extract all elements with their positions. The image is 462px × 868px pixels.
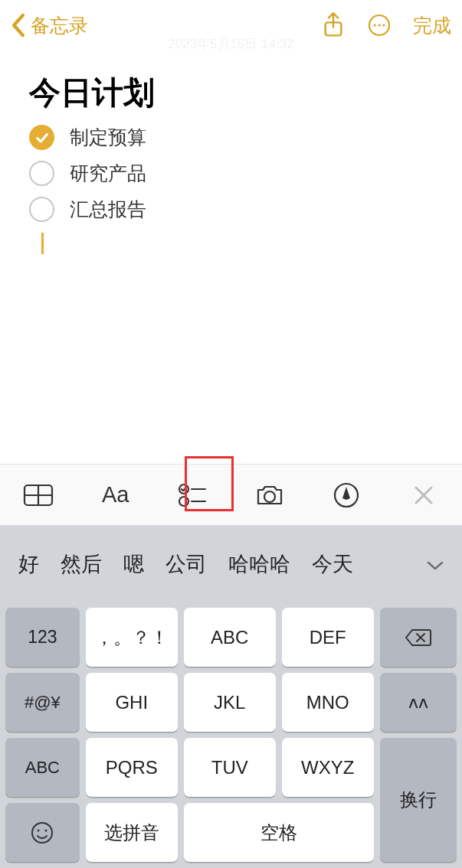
checkbox-checked-icon[interactable]: [29, 125, 54, 150]
checklist-item-text[interactable]: 制定预算: [70, 125, 146, 150]
svg-point-18: [45, 829, 48, 831]
share-icon: [323, 12, 344, 38]
checklist: 制定预算 研究产品 汇总报告: [29, 125, 433, 254]
back-label: 备忘录: [31, 13, 88, 38]
svg-point-12: [264, 491, 275, 502]
key-abc[interactable]: ABC: [5, 738, 80, 797]
checklist-icon: [178, 482, 207, 508]
svg-point-2: [373, 24, 375, 26]
back-button[interactable]: 备忘录: [11, 13, 88, 38]
key-123[interactable]: 123: [5, 608, 80, 667]
key-def[interactable]: DEF: [282, 608, 374, 667]
checklist-button[interactable]: [154, 482, 231, 508]
backspace-icon: [405, 628, 432, 648]
navigation-bar: 备忘录 完成: [0, 0, 462, 51]
checklist-item-text[interactable]: 汇总报告: [70, 197, 146, 222]
suggestions-expand[interactable]: [416, 553, 454, 576]
suggestion-bar: 好 然后 嗯 公司 哈哈哈 今天: [0, 525, 462, 603]
text-cursor: [41, 233, 44, 254]
camera-icon: [255, 484, 284, 507]
key-punct[interactable]: ，。？！: [86, 608, 178, 667]
suggestion[interactable]: 哈哈哈: [218, 550, 301, 578]
more-button[interactable]: [367, 13, 392, 38]
table-icon: [23, 484, 54, 507]
ellipsis-circle-icon: [367, 13, 392, 38]
checklist-item[interactable]: 制定预算: [29, 125, 433, 150]
checkbox-unchecked-icon[interactable]: [29, 161, 54, 186]
share-button[interactable]: [321, 13, 346, 38]
note-body[interactable]: 今日计划 制定预算 研究产品 汇总报告: [0, 51, 462, 464]
key-mno[interactable]: MNO: [282, 673, 374, 732]
text-format-button[interactable]: Aa: [77, 482, 155, 507]
svg-point-16: [32, 823, 52, 843]
key-abc2[interactable]: ABC: [184, 608, 276, 667]
done-button[interactable]: 完成: [413, 13, 451, 38]
smile-icon: [30, 821, 54, 845]
aa-icon: Aa: [102, 482, 129, 507]
key-ghi[interactable]: GHI: [86, 673, 178, 732]
key-emoji[interactable]: [5, 803, 80, 862]
suggestion[interactable]: 好: [8, 550, 50, 578]
key-tuv[interactable]: TUV: [184, 738, 276, 797]
suggestion[interactable]: 嗯: [113, 550, 155, 578]
key-symbols[interactable]: #@¥: [5, 673, 80, 732]
svg-point-10: [179, 497, 188, 506]
key-reinput[interactable]: ᴧᴧ: [380, 673, 457, 732]
key-jkl[interactable]: JKL: [184, 673, 276, 732]
checklist-item[interactable]: 汇总报告: [29, 197, 433, 222]
suggestion[interactable]: 公司: [155, 550, 218, 578]
key-enter[interactable]: 换行: [380, 738, 457, 862]
markup-pen-icon: [333, 482, 359, 508]
suggestion[interactable]: 今天: [301, 550, 364, 578]
keyboard: 好 然后 嗯 公司 哈哈哈 今天 123 #@¥ ABC ，。？！ ABC: [0, 525, 462, 868]
close-keyboard-button[interactable]: [385, 485, 463, 505]
chevron-left-icon: [11, 13, 26, 38]
key-pqrs[interactable]: PQRS: [86, 738, 178, 797]
svg-point-3: [378, 24, 380, 26]
svg-point-17: [38, 829, 40, 831]
table-button[interactable]: [0, 484, 77, 507]
key-space[interactable]: 空格: [184, 803, 374, 862]
key-backspace[interactable]: [380, 608, 457, 667]
camera-button[interactable]: [231, 484, 309, 507]
checkbox-unchecked-icon[interactable]: [29, 197, 54, 222]
key-select-pinyin[interactable]: 选拼音: [86, 803, 178, 862]
x-icon: [414, 485, 434, 505]
format-toolbar: Aa: [0, 464, 462, 525]
markup-button[interactable]: [308, 482, 385, 508]
checklist-item[interactable]: 研究产品: [29, 161, 433, 186]
suggestion[interactable]: 然后: [50, 550, 113, 578]
note-title[interactable]: 今日计划: [29, 72, 433, 114]
chevron-down-icon: [427, 560, 444, 571]
key-wxyz[interactable]: WXYZ: [282, 738, 374, 797]
checklist-item-text[interactable]: 研究产品: [70, 161, 146, 186]
svg-point-4: [382, 24, 385, 26]
